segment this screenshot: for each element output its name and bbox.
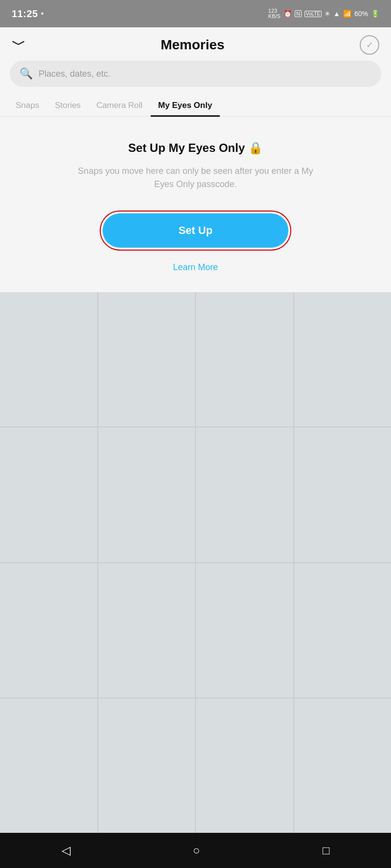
wifi-icon: ▲ [333,10,340,18]
back-button[interactable]: ◁ [62,844,70,857]
grid-cell [196,427,293,562]
data-speed-icon: 123KB/S [268,8,281,19]
setup-button[interactable]: Set Up [103,213,288,248]
tab-camera-roll[interactable]: Camera Roll [88,95,150,116]
tab-stories[interactable]: Stories [47,95,88,116]
search-placeholder: Places, dates, etc. [39,69,110,79]
grid-cell [294,292,391,426]
setup-description: Snaps you move here can only be seen aft… [68,165,323,191]
battery-icon: 🔋 [371,10,379,18]
page-title: Memories [161,37,225,53]
bluetooth-icon: ✳ [325,10,330,18]
grid-cell [196,699,293,833]
tab-snaps[interactable]: Snaps [8,95,47,116]
alarm-icon: ⏰ [283,10,292,18]
bottom-nav: ◁ ○ □ [0,833,391,868]
check-circle-icon[interactable]: ✓ [360,35,379,55]
header: ﹀ Memories ✓ [0,27,391,61]
grid-cell [0,563,97,698]
search-bar[interactable]: 🔍 Places, dates, etc. [10,61,381,87]
photo-grid [0,292,391,833]
nfc-icon: N [295,10,302,17]
tabs: Snaps Stories Camera Roll My Eyes Only [0,95,391,117]
setup-button-wrapper: Set Up [100,211,291,251]
status-left: 11:25 • [12,8,43,20]
status-bar: 11:25 • 123KB/S ⏰ N VoLTE ✳ ▲ 📶 60% 🔋 [0,0,391,27]
setup-title: Set Up My Eyes Only 🔒 [128,141,262,155]
search-icon: 🔍 [20,67,33,80]
learn-more-link[interactable]: Learn More [173,262,218,273]
grid-cell [98,427,196,562]
search-container: 🔍 Places, dates, etc. [0,61,391,95]
grid-cell [294,563,391,698]
home-button[interactable]: ○ [193,844,200,857]
volte-icon: VoLTE [304,11,322,17]
grid-cell [0,427,97,562]
grid-cell [98,563,196,698]
grid-cell [294,699,391,833]
grid-cell [196,292,293,426]
status-time: 11:25 [12,8,38,20]
grid-cell [0,699,97,833]
recents-button[interactable]: □ [323,844,330,857]
status-dot: • [41,9,44,18]
check-icon: ✓ [366,40,373,50]
grid-cell [294,427,391,562]
chevron-down-icon[interactable]: ﹀ [12,36,25,54]
grid-cell [196,563,293,698]
grid-cell [98,292,196,426]
battery-percent: 60% [354,10,368,18]
status-icons: 123KB/S ⏰ N VoLTE ✳ ▲ 📶 60% 🔋 [268,8,379,19]
tab-my-eyes-only[interactable]: My Eyes Only [151,95,220,116]
setup-section: Set Up My Eyes Only 🔒 Snaps you move her… [0,117,391,292]
grid-cell [0,292,97,426]
grid-cell [98,699,196,833]
signal-icon: 📶 [343,10,351,18]
